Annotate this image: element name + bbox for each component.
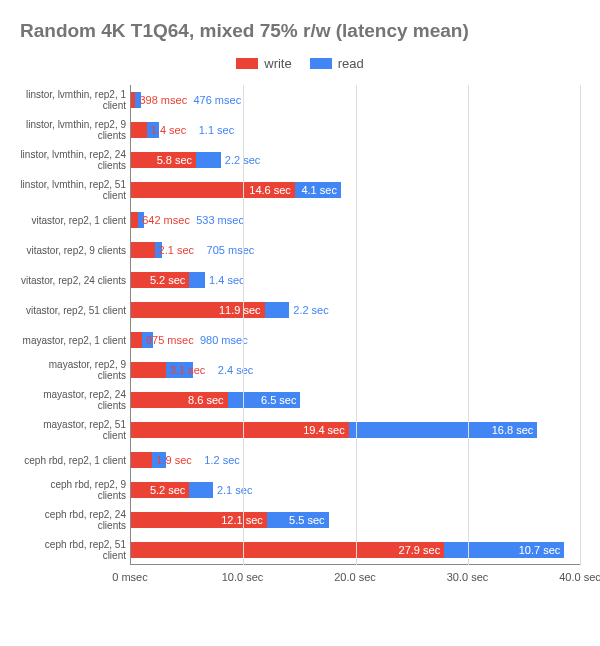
gridline	[580, 85, 581, 565]
value-label-write: 27.9 sec	[399, 544, 441, 556]
bar-read	[189, 272, 205, 288]
value-label-write: 1.9 sec	[156, 454, 191, 466]
value-label-read: 10.7 sec	[519, 544, 561, 556]
value-label-write: 975 msec	[146, 334, 194, 346]
legend-swatch-read	[310, 58, 332, 69]
value-label-write: 19.4 sec	[303, 424, 345, 436]
bar-read	[196, 152, 221, 168]
legend-item-write: write	[236, 56, 291, 71]
bar-read	[189, 482, 213, 498]
value-label-write: 642 msec	[142, 214, 190, 226]
y-tick-label: mayastor, rep2, 9 clients	[20, 355, 130, 385]
y-tick-label: mayastor, rep2, 51 client	[20, 415, 130, 445]
x-axis-ticks: 0 msec10.0 sec20.0 sec30.0 sec40.0 sec	[130, 565, 580, 585]
y-tick-label: ceph rbd, rep2, 1 client	[20, 445, 130, 475]
y-tick-label: vitastor, rep2, 24 clients	[20, 265, 130, 295]
y-tick-label: linstor, lvmthin, rep2, 9 clients	[20, 115, 130, 145]
value-label-read: 533 msec	[196, 214, 244, 226]
y-tick-label: vitastor, rep2, 51 client	[20, 295, 130, 325]
value-label-read: 6.5 sec	[261, 394, 296, 406]
y-tick-label: mayastor, rep2, 24 clients	[20, 385, 130, 415]
bar-write	[131, 362, 166, 378]
legend-item-read: read	[310, 56, 364, 71]
value-label-read: 1.1 sec	[199, 124, 234, 136]
x-tick-label: 40.0 sec	[559, 571, 600, 583]
y-axis-labels: linstor, lvmthin, rep2, 1 clientlinstor,…	[20, 85, 130, 565]
plot-area: 398 msec476 msec1.4 sec1.1 sec5.8 sec2.2…	[130, 85, 580, 565]
bar-write	[131, 212, 138, 228]
bar-write	[131, 242, 155, 258]
value-label-write: 11.9 sec	[219, 304, 261, 316]
value-label-write: 1.4 sec	[151, 124, 186, 136]
x-tick-label: 30.0 sec	[447, 571, 489, 583]
value-label-write: 2.1 sec	[159, 244, 194, 256]
value-label-write: 398 msec	[139, 94, 187, 106]
legend-label-write: write	[264, 56, 291, 71]
y-tick-label: linstor, lvmthin, rep2, 1 client	[20, 85, 130, 115]
gridline	[356, 85, 357, 565]
value-label-write: 12.1 sec	[221, 514, 263, 526]
chart-container: Random 4K T1Q64, mixed 75% r/w (latency …	[0, 0, 600, 646]
y-tick-label: mayastor, rep2, 1 client	[20, 325, 130, 355]
chart-body: linstor, lvmthin, rep2, 1 clientlinstor,…	[20, 85, 580, 565]
value-label-write: 3.1 sec	[170, 364, 205, 376]
chart-title: Random 4K T1Q64, mixed 75% r/w (latency …	[20, 20, 580, 42]
y-tick-label: ceph rbd, rep2, 24 clients	[20, 505, 130, 535]
value-label-read: 16.8 sec	[492, 424, 534, 436]
value-label-read: 705 msec	[207, 244, 255, 256]
y-tick-label: linstor, lvmthin, rep2, 51 client	[20, 175, 130, 205]
y-tick-label: ceph rbd, rep2, 9 clients	[20, 475, 130, 505]
x-tick-label: 20.0 sec	[334, 571, 376, 583]
value-label-read: 1.4 sec	[209, 274, 244, 286]
legend-label-read: read	[338, 56, 364, 71]
value-label-read: 2.1 sec	[217, 484, 252, 496]
legend-swatch-write	[236, 58, 258, 69]
value-label-write: 5.2 sec	[150, 484, 185, 496]
value-label-write: 5.8 sec	[157, 154, 192, 166]
bar-write	[131, 122, 147, 138]
value-label-read: 1.2 sec	[204, 454, 239, 466]
value-label-write: 8.6 sec	[188, 394, 223, 406]
y-tick-label: ceph rbd, rep2, 51 client	[20, 535, 130, 565]
y-tick-label: vitastor, rep2, 1 client	[20, 205, 130, 235]
chart-legend: write read	[20, 56, 580, 71]
y-tick-label: vitastor, rep2, 9 clients	[20, 235, 130, 265]
value-label-write: 5.2 sec	[150, 274, 185, 286]
value-label-read: 2.4 sec	[218, 364, 253, 376]
bar-read	[265, 302, 290, 318]
gridline	[468, 85, 469, 565]
value-label-read: 5.5 sec	[289, 514, 324, 526]
value-label-read: 4.1 sec	[301, 184, 336, 196]
bar-write	[131, 542, 444, 558]
value-label-read: 2.2 sec	[293, 304, 328, 316]
x-tick-label: 0 msec	[112, 571, 147, 583]
y-tick-label: linstor, lvmthin, rep2, 24 clients	[20, 145, 130, 175]
value-label-read: 476 msec	[193, 94, 241, 106]
value-label-write: 14.6 sec	[249, 184, 291, 196]
gridline	[243, 85, 244, 565]
bar-write	[131, 452, 152, 468]
value-label-read: 980 msec	[200, 334, 248, 346]
bar-write	[131, 332, 142, 348]
x-tick-label: 10.0 sec	[222, 571, 264, 583]
